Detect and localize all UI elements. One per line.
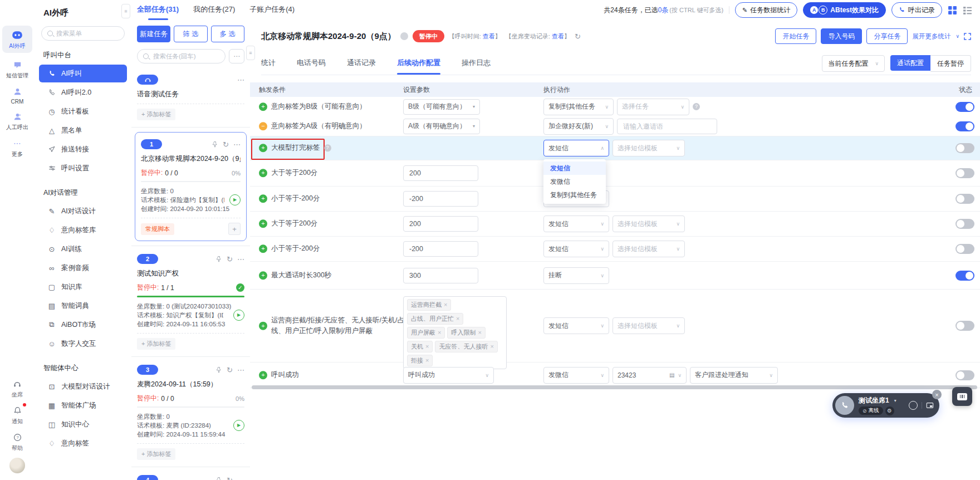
row-status-toggle[interactable] — [955, 194, 974, 204]
action-type-select[interactable]: 复制到其他任务∨ — [543, 99, 614, 115]
add-tag-button[interactable]: + 添加标签 — [137, 109, 175, 120]
sidebar-item-knowledge-center[interactable]: ◫ 知识中心 — [39, 415, 127, 433]
tab-phone-numbers[interactable]: 电话号码 — [297, 52, 326, 75]
rail-item-notifications[interactable]: 通知 — [2, 404, 32, 425]
remove-tag-icon[interactable]: × — [456, 315, 459, 322]
sidebar-item-ai-call[interactable]: AI呼叫 — [39, 65, 127, 82]
card-more-icon[interactable]: ⋯ — [233, 140, 241, 149]
score-input[interactable] — [403, 165, 478, 181]
remove-tag-icon[interactable]: × — [425, 343, 429, 350]
sidebar-item-ai-training[interactable]: ⊙ AI训练 — [39, 240, 127, 258]
fail-reason-multiselect[interactable]: 运营商拦截× 占线、用户正忙× 用户屏蔽× 呼入限制× 关机× 无应答、无人接听… — [403, 296, 507, 369]
row-status-toggle[interactable] — [955, 121, 974, 131]
rail-item-ai-outcall[interactable]: AI外呼 — [2, 26, 32, 53]
refresh-icon[interactable]: ↻ — [227, 255, 233, 263]
sidebar-item-agent-plaza[interactable]: ▦ 智能体广场 — [39, 396, 127, 414]
card-more-icon[interactable]: ⋯ — [237, 76, 244, 84]
rail-item-sms[interactable]: 短信管理 — [2, 58, 32, 80]
action-type-select[interactable]: 挂断∨ — [543, 267, 609, 284]
rail-item-manual-outcall[interactable]: 人工呼出 — [2, 110, 32, 131]
card-more-icon[interactable]: ⋯ — [237, 366, 244, 374]
row-status-toggle[interactable] — [955, 143, 974, 153]
task-card[interactable]: 3 ↻ ⋯ 麦腾2024-09-11（15:59） 暂停中: 0 / 0 0% … — [131, 357, 250, 467]
row-status-toggle[interactable] — [955, 168, 974, 178]
param-select[interactable]: B级（可能有意向）▾ — [403, 99, 480, 115]
card-more-icon[interactable]: ⋯ — [237, 476, 244, 480]
card-more-icon[interactable]: ⋯ — [237, 255, 244, 263]
tab-subaccount-tasks[interactable]: 子账户任务(4) — [249, 0, 295, 20]
action-type-select-open[interactable]: 发短信∧ — [543, 140, 609, 156]
task-card[interactable]: 2 ↻ ⋯ 测试知识产权 暂停中: 1 / 1 ✓ 坐席数量: 0 (测试202… — [131, 246, 250, 357]
filter-button[interactable]: 筛 选 — [174, 26, 207, 42]
menu-search-input[interactable]: 搜索菜单 — [41, 26, 125, 41]
play-audio-button[interactable]: ▶ — [233, 310, 244, 321]
collapse-sidebar-handle[interactable]: ≡ — [121, 4, 130, 18]
wechat-template-select[interactable]: 23423▤∨ — [612, 367, 687, 384]
agent-phone-widget[interactable]: 测试坐席1▾ ⊘离线 ⚙ — [832, 393, 939, 418]
sidebar-item-intent-tag[interactable]: ♢ 意向标签 — [39, 434, 127, 452]
play-audio-button[interactable]: ▶ — [233, 420, 244, 431]
param-select[interactable]: 呼叫成功∨ — [403, 367, 494, 384]
sidebar-item-llm-dialog-design[interactable]: ⊡ 大模型对话设计 — [39, 378, 127, 395]
action-type-select[interactable]: 发短信∨ — [543, 215, 609, 232]
search-more-button[interactable]: ⋯ — [229, 49, 244, 63]
remove-tag-icon[interactable]: × — [490, 343, 493, 350]
row-status-toggle[interactable] — [955, 370, 974, 380]
sidebar-item-aibot-market[interactable]: ⧉ AiBOT市场 — [39, 316, 127, 334]
action-type-select[interactable]: 发微信∨ — [543, 367, 609, 384]
add-tag-plus-button[interactable]: + — [228, 223, 241, 235]
view-seat-change-link[interactable]: 查看 — [552, 33, 564, 40]
sidebar-item-call-settings[interactable]: 呼叫设置 — [39, 159, 127, 177]
param-select[interactable]: A级（有明确意向）▾ — [403, 119, 480, 134]
expand-more-stats-link[interactable]: 展开更多统计∨ — [912, 32, 959, 41]
dropdown-option-sms[interactable]: 发短信 — [543, 161, 606, 175]
sms-template-select[interactable]: 选择短信模板∨ — [612, 140, 685, 156]
widget-settings-icon[interactable]: ⚙ — [885, 406, 894, 415]
callout-records-button[interactable]: 呼出记录 — [891, 2, 942, 18]
notify-type-select[interactable]: 客户跟进处理通知∨ — [690, 367, 778, 384]
remove-tag-icon[interactable]: × — [444, 301, 447, 308]
start-task-button[interactable]: 开始任务 — [775, 28, 816, 44]
user-avatar[interactable] — [9, 458, 25, 473]
action-type-select[interactable]: 加企微好友(新)∨ — [543, 118, 614, 135]
widget-close-icon[interactable]: × — [932, 390, 942, 399]
invite-message-input[interactable] — [617, 119, 717, 134]
remove-tag-icon[interactable]: × — [438, 329, 441, 336]
play-audio-button[interactable]: ▶ — [229, 194, 241, 205]
score-input[interactable] — [403, 241, 478, 257]
sidebar-item-push-transfer[interactable]: 推送转接 — [39, 140, 127, 158]
score-input[interactable] — [403, 191, 478, 207]
row-status-toggle[interactable] — [955, 244, 974, 254]
rail-item-more[interactable]: ⋯ 更多 — [2, 137, 32, 158]
pin-icon[interactable] — [215, 477, 222, 480]
collapse-tasklist-handle[interactable]: ≡ — [246, 46, 255, 60]
current-task-config-dropdown[interactable]: 当前任务配置∨ — [822, 55, 885, 72]
view-call-time-link[interactable]: 查看 — [483, 33, 495, 40]
agent-status-badge[interactable]: ⊘离线 — [859, 406, 883, 415]
refresh-icon[interactable]: ↻ — [227, 476, 233, 480]
sidebar-item-stats-board[interactable]: ◷ 统计看板 — [39, 102, 127, 120]
add-tag-button[interactable]: + 添加标签 — [137, 338, 175, 350]
row-status-toggle[interactable] — [955, 321, 974, 331]
sidebar-item-case-audio[interactable]: ∞ 案例音频 — [39, 259, 127, 277]
sidebar-item-ai-call-2[interactable]: AI呼叫2.0 — [39, 84, 127, 101]
list-view-toggle-icon[interactable] — [963, 6, 972, 15]
task-card[interactable]: 4 ↻ ⋯ 麦腾2024-09-11（13:21） — [131, 467, 250, 480]
dropdown-option-wechat[interactable]: 发微信 — [543, 175, 606, 188]
new-task-button[interactable]: 新建任务 — [137, 26, 170, 42]
dropdown-option-copy-task[interactable]: 复制到其他任务 — [543, 188, 606, 202]
add-tag-button[interactable]: + 添加标签 — [137, 448, 175, 460]
agent-name[interactable]: 测试坐席1▾ — [859, 396, 896, 405]
task-card-selected[interactable]: 1 ↻ ⋯ 北京移动常规脚本2024-9-20（9点） 暂停中: 0 / 0 0… — [135, 132, 247, 241]
pin-icon[interactable] — [212, 141, 218, 148]
sidebar-item-smart-dict[interactable]: ▤ 智能词典 — [39, 297, 127, 315]
pin-icon[interactable] — [215, 256, 222, 262]
sidebar-item-digital-human[interactable]: ☺ 数字人交互 — [39, 335, 127, 352]
abtest-compare-button[interactable]: A B ABtest效果对比 — [803, 2, 886, 18]
sms-template-select[interactable]: 选择短信模板∨ — [612, 241, 685, 257]
sidebar-item-blacklist[interactable]: △ 黑名单 — [39, 121, 127, 139]
card-view-toggle-icon[interactable] — [948, 6, 957, 15]
action-type-select[interactable]: 发短信∨ — [543, 241, 609, 257]
duration-input[interactable] — [403, 268, 478, 283]
task-tag[interactable]: 常规脚本 — [141, 223, 174, 235]
